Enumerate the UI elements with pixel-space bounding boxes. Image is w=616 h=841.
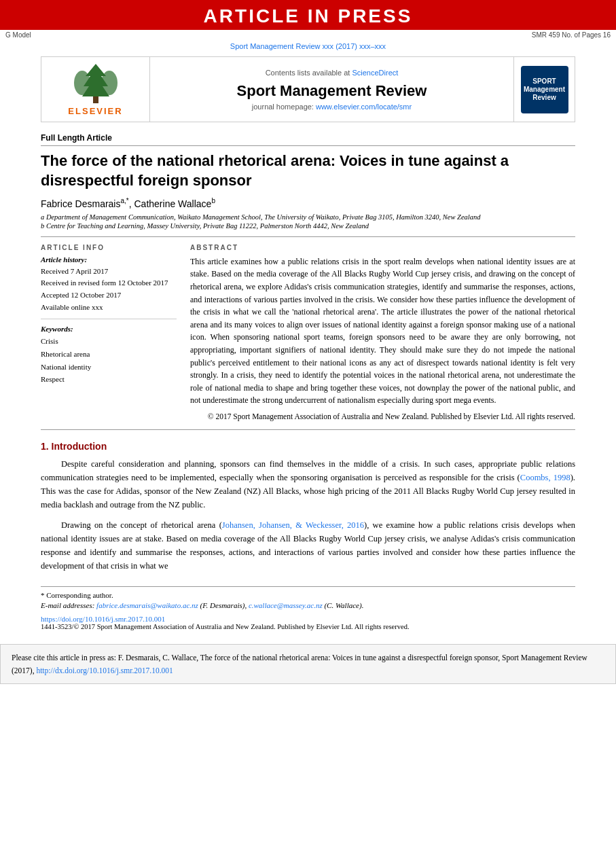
journal-main-title: Sport Management Review (237, 82, 427, 100)
journal-header: ELSEVIER Contents lists available at Sci… (41, 56, 575, 122)
sport-logo-box: SPORTManagementReview (513, 57, 575, 122)
elsevier-label: ELSEVIER (68, 106, 122, 116)
keyword-crisis: Crisis (41, 335, 177, 348)
copyright-text: © 2017 Sport Management Association of A… (190, 411, 575, 423)
main-content: Full Length Article The force of the nat… (0, 126, 616, 637)
authors-line: Fabrice Desmaraisa,*, Catherine Wallaceb (41, 197, 575, 209)
science-direct-link[interactable]: ScienceDirect (352, 69, 398, 77)
history-label: Article history: (41, 255, 177, 264)
divider-2 (41, 429, 575, 430)
article-meta-section: ARTICLE INFO Article history: Received 7… (41, 244, 575, 423)
email2-link[interactable]: c.wallace@massey.ac.nz (249, 601, 323, 609)
article-type: Full Length Article (41, 133, 575, 146)
coombs-link[interactable]: Coombs, 1998 (520, 473, 570, 482)
keyword-rhetorical: Rhetorical arena (41, 348, 177, 361)
abstract-header: ABSTRACT (190, 244, 575, 251)
model-label: G Model (5, 31, 31, 39)
homepage-line: journal homepage: www.elsevier.com/locat… (252, 103, 412, 111)
top-bar: G Model SMR 459 No. of Pages 16 (0, 30, 616, 40)
author-sep: , Catherine Wallace (129, 198, 212, 209)
affiliation-a-text: a Department of Management Communication… (41, 213, 481, 221)
footer-notes: * Corresponding author. E-mail addresses… (41, 586, 575, 609)
citation-link[interactable]: http://dx.doi.org/10.1016/j.smr.2017.10.… (36, 666, 173, 675)
journal-info-line: Sport Management Review xxx (2017) xxx–x… (0, 40, 616, 52)
doi-link[interactable]: https://doi.org/10.1016/j.smr.2017.10.00… (41, 615, 165, 623)
divider (41, 236, 575, 237)
abstract-column: ABSTRACT This article examines how a pub… (190, 244, 575, 423)
introduction-title: 1. Introduction (41, 441, 575, 452)
corresponding-note: * Corresponding author. (41, 591, 575, 599)
article-title: The force of the national rhetorical are… (41, 151, 575, 190)
keywords-label: Keywords: (41, 325, 177, 333)
email-line: E-mail addresses: fabrice.desmarais@waik… (41, 601, 575, 609)
smr-label: SMR 459 No. of Pages 16 (532, 31, 611, 39)
elsevier-logo-box: ELSEVIER (41, 57, 150, 122)
article-history-block: Article history: Received 7 April 2017 R… (41, 255, 177, 319)
journal-title-box: Contents lists available at ScienceDirec… (150, 57, 513, 122)
issn-line: 1441-3523/© 2017 Sport Management Associ… (41, 623, 575, 630)
introduction-section: 1. Introduction Despite careful consider… (41, 441, 575, 573)
homepage-link[interactable]: www.elsevier.com/locate/smr (316, 103, 412, 111)
keyword-respect: Respect (41, 373, 177, 386)
article-info-header: ARTICLE INFO (41, 244, 177, 251)
author-b-sup: b (211, 197, 215, 204)
intro-paragraph-1: Despite careful consideration and planni… (41, 457, 575, 512)
elsevier-tree-icon (69, 62, 123, 103)
johansen-link[interactable]: Johansen, Johansen, & Weckesser, 2016 (222, 520, 364, 530)
doi-links: https://doi.org/10.1016/j.smr.2017.10.00… (41, 615, 575, 630)
citation-box: Please cite this article in press as: F.… (0, 644, 616, 684)
keyword-national: National identity (41, 361, 177, 374)
affiliation-b-text: b Centre for Teaching and Learning, Mass… (41, 222, 369, 230)
svg-point-3 (101, 71, 117, 95)
contents-line: Contents lists available at ScienceDirec… (266, 69, 399, 77)
affiliation-a: a Department of Management Communication… (41, 213, 575, 221)
received-date: Received 7 April 2017 Received in revise… (41, 266, 177, 313)
intro-paragraph-2: Drawing on the concept of rhetorical are… (41, 518, 575, 573)
author-a-sup: a,* (120, 197, 128, 204)
author-fabrice: Fabrice Desmarais (41, 198, 120, 209)
email1-link[interactable]: fabrice.desmarais@waikato.ac.nz (96, 601, 198, 609)
article-in-press-banner: ARTICLE IN PRESS (0, 0, 616, 30)
keywords-block: Keywords: Crisis Rhetorical arena Nation… (41, 325, 177, 386)
affiliation-b: b Centre for Teaching and Learning, Mass… (41, 222, 575, 230)
abstract-text: This article examines how a public relat… (190, 255, 575, 407)
article-info-column: ARTICLE INFO Article history: Received 7… (41, 244, 177, 423)
svg-point-2 (74, 71, 90, 95)
sport-logo: SPORTManagementReview (521, 66, 568, 113)
